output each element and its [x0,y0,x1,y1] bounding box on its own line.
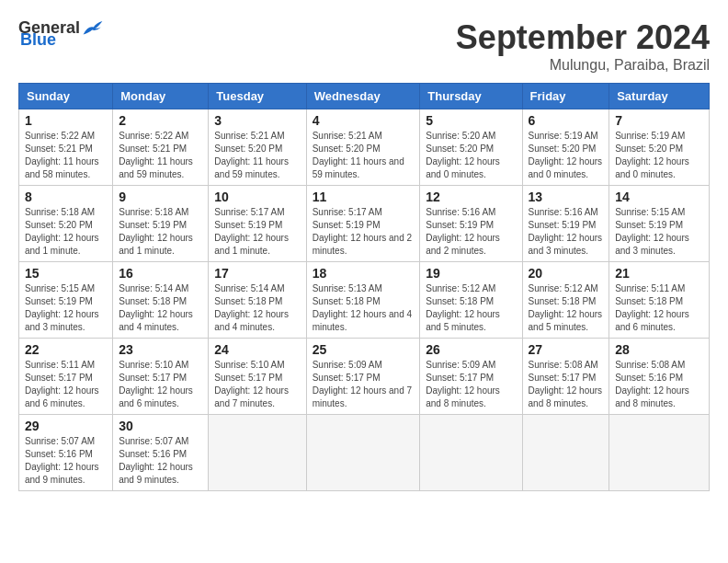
calendar-day: 1Sunrise: 5:22 AM Sunset: 5:21 PM Daylig… [19,109,113,186]
day-number: 14 [615,190,703,204]
title-section: September 2024 Mulungu, Paraiba, Brazil [456,18,710,74]
calendar-day: 4Sunrise: 5:21 AM Sunset: 5:20 PM Daylig… [306,109,420,186]
day-info: Sunrise: 5:18 AM Sunset: 5:20 PM Dayligh… [25,206,107,258]
day-number: 15 [25,266,107,281]
day-info: Sunrise: 5:11 AM Sunset: 5:18 PM Dayligh… [615,282,703,334]
calendar-week-5: 29Sunrise: 5:07 AM Sunset: 5:16 PM Dayli… [19,415,710,491]
day-info: Sunrise: 5:16 AM Sunset: 5:19 PM Dayligh… [529,206,604,258]
day-info: Sunrise: 5:16 AM Sunset: 5:19 PM Dayligh… [426,206,516,258]
day-info: Sunrise: 5:08 AM Sunset: 5:16 PM Dayligh… [615,359,703,410]
calendar-day: 29Sunrise: 5:07 AM Sunset: 5:16 PM Dayli… [19,415,113,491]
day-number: 12 [426,190,516,204]
day-number: 17 [214,266,300,281]
col-header-wednesday: Wednesday [306,84,420,109]
month-title: September 2024 [456,18,710,57]
day-info: Sunrise: 5:19 AM Sunset: 5:20 PM Dayligh… [615,130,703,181]
day-info: Sunrise: 5:14 AM Sunset: 5:18 PM Dayligh… [119,282,202,334]
day-number: 28 [615,342,703,357]
calendar-day: 23Sunrise: 5:10 AM Sunset: 5:17 PM Dayli… [113,339,209,415]
col-header-sunday: Sunday [19,84,113,109]
day-info: Sunrise: 5:20 AM Sunset: 5:20 PM Dayligh… [426,130,516,181]
day-info: Sunrise: 5:14 AM Sunset: 5:18 PM Dayligh… [214,282,300,334]
logo-bird-icon [82,19,104,38]
logo-blue-text: Blue [20,30,56,50]
calendar-day: 13Sunrise: 5:16 AM Sunset: 5:19 PM Dayli… [522,186,609,262]
day-info: Sunrise: 5:21 AM Sunset: 5:20 PM Dayligh… [313,130,415,181]
calendar-day: 15Sunrise: 5:15 AM Sunset: 5:19 PM Dayli… [19,262,113,339]
calendar-day: 14Sunrise: 5:15 AM Sunset: 5:19 PM Dayli… [609,186,710,262]
col-header-friday: Friday [522,84,609,109]
day-info: Sunrise: 5:19 AM Sunset: 5:20 PM Dayligh… [529,130,604,181]
calendar-day: 6Sunrise: 5:19 AM Sunset: 5:20 PM Daylig… [522,109,609,186]
day-info: Sunrise: 5:10 AM Sunset: 5:17 PM Dayligh… [119,359,202,410]
calendar-day: 2Sunrise: 5:22 AM Sunset: 5:21 PM Daylig… [113,109,209,186]
day-info: Sunrise: 5:22 AM Sunset: 5:21 PM Dayligh… [25,130,107,181]
calendar-day [209,415,306,491]
calendar-day [420,415,522,491]
calendar-day: 24Sunrise: 5:10 AM Sunset: 5:17 PM Dayli… [209,339,306,415]
calendar-day: 22Sunrise: 5:11 AM Sunset: 5:17 PM Dayli… [19,339,113,415]
col-header-thursday: Thursday [420,84,522,109]
day-info: Sunrise: 5:13 AM Sunset: 5:18 PM Dayligh… [313,282,415,334]
calendar-week-2: 8Sunrise: 5:18 AM Sunset: 5:20 PM Daylig… [19,186,710,262]
col-header-monday: Monday [113,84,209,109]
calendar-day: 25Sunrise: 5:09 AM Sunset: 5:17 PM Dayli… [306,339,420,415]
calendar-day: 27Sunrise: 5:08 AM Sunset: 5:17 PM Dayli… [522,339,609,415]
day-number: 25 [313,342,415,357]
calendar-day: 26Sunrise: 5:09 AM Sunset: 5:17 PM Dayli… [420,339,522,415]
calendar-day: 30Sunrise: 5:07 AM Sunset: 5:16 PM Dayli… [113,415,209,491]
day-info: Sunrise: 5:21 AM Sunset: 5:20 PM Dayligh… [214,130,300,181]
calendar-day [306,415,420,491]
day-info: Sunrise: 5:10 AM Sunset: 5:17 PM Dayligh… [214,359,300,410]
day-number: 2 [119,113,202,128]
calendar-week-4: 22Sunrise: 5:11 AM Sunset: 5:17 PM Dayli… [19,339,710,415]
day-info: Sunrise: 5:09 AM Sunset: 5:17 PM Dayligh… [426,359,516,410]
day-number: 27 [529,342,604,357]
calendar-day: 16Sunrise: 5:14 AM Sunset: 5:18 PM Dayli… [113,262,209,339]
day-number: 16 [119,266,202,281]
day-number: 10 [214,190,300,204]
day-number: 21 [615,266,703,281]
calendar-day: 5Sunrise: 5:20 AM Sunset: 5:20 PM Daylig… [420,109,522,186]
day-info: Sunrise: 5:22 AM Sunset: 5:21 PM Dayligh… [119,130,202,181]
calendar-day: 17Sunrise: 5:14 AM Sunset: 5:18 PM Dayli… [209,262,306,339]
calendar-day [522,415,609,491]
calendar-day: 8Sunrise: 5:18 AM Sunset: 5:20 PM Daylig… [19,186,113,262]
day-info: Sunrise: 5:07 AM Sunset: 5:16 PM Dayligh… [119,435,202,487]
location-text: Mulungu, Paraiba, Brazil [456,57,710,74]
calendar-day: 19Sunrise: 5:12 AM Sunset: 5:18 PM Dayli… [420,262,522,339]
day-number: 24 [214,342,300,357]
day-number: 5 [426,113,516,128]
day-info: Sunrise: 5:12 AM Sunset: 5:18 PM Dayligh… [529,282,604,334]
calendar-week-3: 15Sunrise: 5:15 AM Sunset: 5:19 PM Dayli… [19,262,710,339]
day-number: 20 [529,266,604,281]
calendar-table: SundayMondayTuesdayWednesdayThursdayFrid… [18,83,710,491]
calendar-day: 28Sunrise: 5:08 AM Sunset: 5:16 PM Dayli… [609,339,710,415]
day-info: Sunrise: 5:12 AM Sunset: 5:18 PM Dayligh… [426,282,516,334]
col-header-saturday: Saturday [609,84,710,109]
day-info: Sunrise: 5:11 AM Sunset: 5:17 PM Dayligh… [25,359,107,410]
calendar-day [609,415,710,491]
day-number: 9 [119,190,202,204]
day-number: 8 [25,190,107,204]
page-header: General Blue September 2024 Mulungu, Par… [18,18,710,74]
day-info: Sunrise: 5:18 AM Sunset: 5:19 PM Dayligh… [119,206,202,258]
day-number: 18 [313,266,415,281]
day-info: Sunrise: 5:08 AM Sunset: 5:17 PM Dayligh… [529,359,604,410]
calendar-day: 18Sunrise: 5:13 AM Sunset: 5:18 PM Dayli… [306,262,420,339]
day-info: Sunrise: 5:09 AM Sunset: 5:17 PM Dayligh… [313,359,415,410]
day-info: Sunrise: 5:15 AM Sunset: 5:19 PM Dayligh… [25,282,107,334]
calendar-day: 20Sunrise: 5:12 AM Sunset: 5:18 PM Dayli… [522,262,609,339]
calendar-day: 7Sunrise: 5:19 AM Sunset: 5:20 PM Daylig… [609,109,710,186]
day-number: 7 [615,113,703,128]
day-number: 3 [214,113,300,128]
calendar-day: 3Sunrise: 5:21 AM Sunset: 5:20 PM Daylig… [209,109,306,186]
day-info: Sunrise: 5:15 AM Sunset: 5:19 PM Dayligh… [615,206,703,258]
col-header-tuesday: Tuesday [209,84,306,109]
day-info: Sunrise: 5:17 AM Sunset: 5:19 PM Dayligh… [313,206,415,258]
day-number: 26 [426,342,516,357]
day-number: 23 [119,342,202,357]
calendar-header-row: SundayMondayTuesdayWednesdayThursdayFrid… [19,84,710,109]
day-info: Sunrise: 5:07 AM Sunset: 5:16 PM Dayligh… [25,435,107,487]
day-number: 11 [313,190,415,204]
